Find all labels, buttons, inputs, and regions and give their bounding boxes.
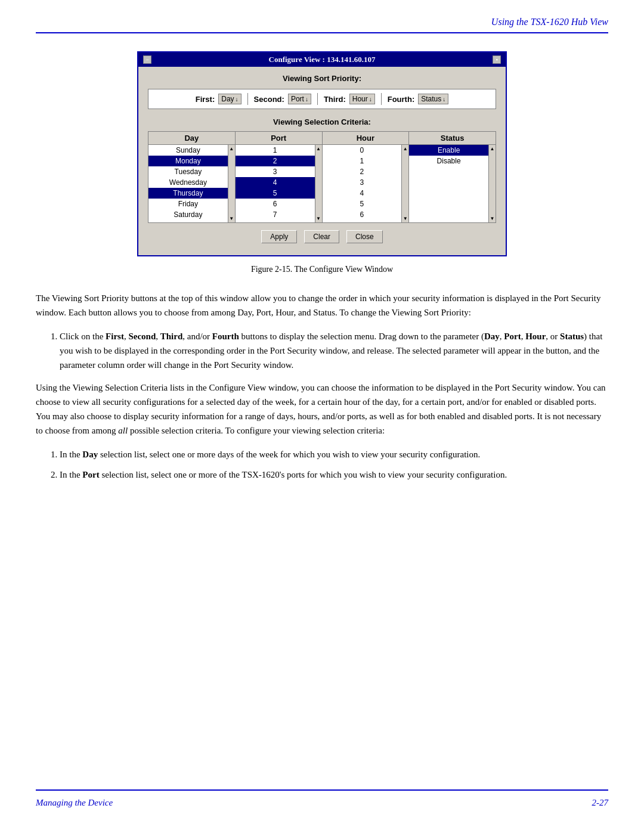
sort-priority-title: Viewing Sort Priority: (148, 74, 496, 83)
window-title: Configure View : 134.141.60.107 (269, 55, 376, 64)
status-scrollbar[interactable]: ▲ ▼ (488, 145, 496, 222)
list-item[interactable]: 6 (236, 199, 315, 209)
list-item-2b: In the Port selection list, select one o… (60, 467, 608, 482)
sort-second-dropdown[interactable]: Port ↓ (288, 94, 311, 104)
scroll-down-arrow[interactable]: ▼ (229, 216, 234, 221)
scroll-down-arrow[interactable]: ▼ (316, 216, 321, 221)
list-item[interactable]: 0 (323, 145, 402, 156)
configure-view-window: − Configure View : 134.141.60.107 ▪ View… (137, 51, 507, 256)
criteria-columns: Day Sunday Monday Tuesday Wednesday Thur… (148, 131, 496, 223)
list-item[interactable]: 3 (236, 166, 315, 177)
list-2: In the Day selection list, select one or… (60, 447, 608, 482)
day-scrollbar[interactable]: ▲ ▼ (228, 145, 235, 222)
criteria-section: Viewing Selection Criteria: Day Sunday M… (148, 117, 496, 243)
list-item[interactable]: Monday (148, 156, 228, 166)
list-item[interactable]: 5 (236, 188, 315, 199)
status-column: Status Enable Disable ▲ ▼ (409, 132, 496, 222)
body-para-1: The Viewing Sort Priority buttons at the… (36, 291, 608, 320)
status-header: Status (409, 132, 496, 145)
body-para-2: Using the Viewing Selection Criteria lis… (36, 380, 608, 438)
port-list[interactable]: 1 2 3 4 5 6 7 (236, 145, 315, 222)
buttons-row: Apply Clear Close (148, 230, 496, 243)
sort-fourth-value: Status (421, 95, 441, 103)
day-list[interactable]: Sunday Monday Tuesday Wednesday Thursday… (148, 145, 228, 222)
sort-fourth-arrow: ↓ (442, 96, 445, 103)
list-item-2a: In the Day selection list, select one or… (60, 447, 608, 462)
list-1: Click on the First, Second, Third, and/o… (60, 329, 608, 372)
page-container: Using the TSX-1620 Hub View − Configure … (0, 0, 644, 833)
separator-2 (317, 93, 318, 105)
list-item[interactable]: 6 (323, 209, 402, 220)
sort-first-dropdown[interactable]: Day ↓ (218, 94, 241, 104)
list-item[interactable]: 1 (236, 145, 315, 156)
window-titlebar: − Configure View : 134.141.60.107 ▪ (138, 52, 506, 67)
scroll-up-arrow[interactable]: ▲ (490, 146, 495, 151)
scroll-up-arrow[interactable]: ▲ (229, 146, 234, 151)
scroll-up-arrow[interactable]: ▲ (403, 146, 408, 151)
list-item[interactable]: Disable (409, 156, 488, 166)
footer-right: 2-27 (592, 798, 609, 808)
sort-first-value: Day (221, 95, 234, 103)
sort-fourth-dropdown[interactable]: Status ↓ (418, 94, 448, 104)
body-text-section-2: Using the Viewing Selection Criteria lis… (36, 380, 608, 438)
hour-column: Hour 0 1 2 3 4 5 6 (323, 132, 410, 222)
list-item[interactable]: Saturday (148, 209, 228, 220)
status-list[interactable]: Enable Disable (409, 145, 488, 222)
list-item[interactable]: 5 (323, 199, 402, 209)
list-item[interactable]: Thursday (148, 188, 228, 199)
list-item[interactable]: 7 (236, 209, 315, 220)
page-footer: Managing the Device 2-27 (36, 789, 608, 815)
list-item[interactable]: Sunday (148, 145, 228, 156)
hour-list[interactable]: 0 1 2 3 4 5 6 (323, 145, 402, 222)
list-item[interactable]: 3 (323, 177, 402, 188)
sort-second-value: Port (291, 95, 304, 103)
list-item[interactable]: 2 (236, 156, 315, 166)
header-title: Using the TSX-1620 Hub View (491, 17, 608, 27)
window-body: Viewing Sort Priority: First: Day ↓ Seco… (138, 67, 506, 255)
sort-fourth-label: Fourth: (388, 95, 414, 104)
list-item[interactable]: 1 (323, 156, 402, 166)
hour-scrollbar[interactable]: ▲ ▼ (401, 145, 408, 222)
list-item[interactable]: 4 (236, 177, 315, 188)
figure-caption: Figure 2-15. The Configure View Window (251, 265, 393, 274)
maximize-button[interactable]: ▪ (493, 55, 501, 64)
sort-third-label: Third: (324, 95, 346, 104)
separator-1 (247, 93, 248, 105)
minimize-button[interactable]: − (143, 55, 151, 64)
sort-first-arrow: ↓ (236, 96, 239, 103)
list-item[interactable]: Tuesday (148, 166, 228, 177)
separator-3 (381, 93, 382, 105)
sort-third-value: Hour (352, 95, 368, 103)
sort-second-label: Second: (254, 95, 284, 104)
port-header: Port (236, 132, 322, 145)
sort-priority-row: First: Day ↓ Second: Port ↓ Third: Hour (148, 89, 496, 109)
list-item[interactable]: Wednesday (148, 177, 228, 188)
list-item[interactable]: 2 (323, 166, 402, 177)
hour-header: Hour (323, 132, 409, 145)
sort-first-label: First: (196, 95, 215, 104)
sort-third-dropdown[interactable]: Hour ↓ (349, 94, 375, 104)
list-item[interactable]: Enable (409, 145, 488, 156)
port-column: Port 1 2 3 4 5 6 7 (236, 132, 323, 222)
page-header: Using the TSX-1620 Hub View (36, 0, 608, 33)
footer-left: Managing the Device (36, 798, 113, 808)
day-column: Day Sunday Monday Tuesday Wednesday Thur… (148, 132, 236, 222)
list-item[interactable]: 4 (323, 188, 402, 199)
scroll-down-arrow[interactable]: ▼ (490, 216, 495, 221)
sort-third-arrow: ↓ (369, 96, 372, 103)
figure-container: − Configure View : 134.141.60.107 ▪ View… (36, 51, 608, 274)
criteria-title: Viewing Selection Criteria: (148, 117, 496, 126)
day-header: Day (148, 132, 235, 145)
scroll-down-arrow[interactable]: ▼ (403, 216, 408, 221)
body-text-section: The Viewing Sort Priority buttons at the… (36, 291, 608, 320)
close-button[interactable]: Close (346, 230, 383, 243)
sort-second-arrow: ↓ (305, 96, 308, 103)
port-scrollbar[interactable]: ▲ ▼ (315, 145, 322, 222)
clear-button[interactable]: Clear (304, 230, 339, 243)
scroll-up-arrow[interactable]: ▲ (316, 146, 321, 151)
list-item-1: Click on the First, Second, Third, and/o… (60, 329, 608, 372)
list-item[interactable]: Friday (148, 199, 228, 209)
apply-button[interactable]: Apply (261, 230, 297, 243)
